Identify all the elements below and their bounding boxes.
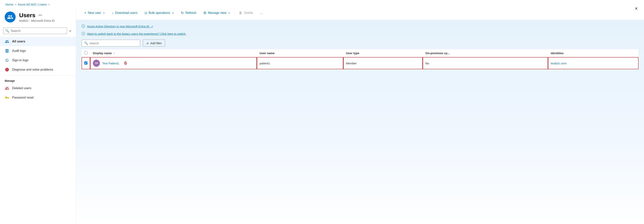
- table-search-input[interactable]: [90, 42, 138, 45]
- bulk-operations-button[interactable]: ⊡ Bulk operations ∨: [141, 9, 178, 17]
- refresh-button[interactable]: ↻ Refresh: [178, 9, 200, 17]
- col-identities: Identities: [548, 49, 638, 57]
- more-options-button[interactable]: ...: [256, 9, 266, 17]
- sidebar-search-input[interactable]: [11, 29, 65, 33]
- table-row: TP Test Patient1 6 patient1 Member No te…: [82, 57, 638, 69]
- col-on-premises: On-premises sy...: [423, 49, 548, 57]
- sidebar-subtitle: testb2c - Microsoft Entra ID: [19, 19, 55, 22]
- table-body: TP Test Patient1 6 patient1 Member No te…: [82, 57, 638, 69]
- table-search-icon: 🔍: [84, 41, 88, 45]
- signin-logs-icon: [5, 58, 9, 63]
- table-header-row: Display name ↑ User name User type On-pr…: [82, 49, 638, 57]
- sidebar-item-signin-logs[interactable]: Sign-in logs: [0, 56, 76, 65]
- row-display-name-cell: TP Test Patient1 6: [90, 57, 257, 69]
- sidebar-page-title: Users ···: [19, 12, 55, 19]
- sidebar-header: Users ··· testb2c - Microsoft Entra ID: [0, 6, 76, 26]
- download-users-button[interactable]: ↓ Download users: [108, 9, 141, 17]
- row-checkbox-cell: [82, 57, 90, 69]
- sidebar-nav: All users Audit logs Sign-in logs: [0, 36, 76, 224]
- info-banner-1: ⓘ Azure Active Directory is now Microsof…: [82, 24, 638, 29]
- sidebar-item-diagnose[interactable]: Diagnose and solve problems: [0, 65, 76, 74]
- row-checkbox[interactable]: [84, 61, 88, 65]
- sidebar-title-group: Users ··· testb2c - Microsoft Entra ID: [19, 12, 55, 22]
- sort-arrow-display-name: ↑: [114, 52, 115, 55]
- sidebar-search-box[interactable]: 🔍: [3, 28, 67, 34]
- users-table: Display name ↑ User name User type On-pr…: [82, 49, 638, 69]
- sidebar-search-area: 🔍 «: [0, 26, 76, 36]
- manage-view-icon: ⚙: [203, 11, 206, 15]
- info-icon-2: ⓘ: [82, 31, 85, 36]
- manage-view-label: Manage view: [208, 11, 226, 15]
- sidebar-collapse-button[interactable]: «: [68, 28, 73, 34]
- manage-view-chevron-icon: ∨: [228, 12, 230, 14]
- close-button[interactable]: ×: [635, 6, 638, 12]
- delete-button[interactable]: 🗑 Delete: [235, 9, 256, 17]
- download-icon: ↓: [112, 11, 114, 15]
- identities-link[interactable]: testb2c.onm: [551, 62, 567, 65]
- diagnose-icon: [5, 67, 9, 72]
- sidebar: Users ··· testb2c - Microsoft Entra ID 🔍…: [0, 6, 76, 224]
- breadcrumb-home[interactable]: Home: [6, 3, 13, 6]
- main-content: + New user ∨ ↓ Download users ⊡ Bulk ope…: [76, 6, 644, 224]
- banner2-link[interactable]: Want to switch back to the legacy users …: [87, 32, 186, 35]
- sidebar-item-deleted-users[interactable]: Deleted users: [0, 83, 76, 93]
- add-filter-label: Add filter: [150, 42, 162, 45]
- col-display-name[interactable]: Display name ↑: [90, 49, 257, 57]
- sidebar-avatar-icon: [5, 12, 16, 23]
- user-avatar: TP: [93, 60, 100, 67]
- refresh-icon: ↻: [181, 11, 184, 15]
- all-users-icon: [5, 39, 9, 44]
- refresh-label: Refresh: [186, 11, 196, 15]
- sidebar-password-reset-label: Password reset: [12, 96, 34, 99]
- delete-icon: 🗑: [239, 11, 242, 15]
- new-user-plus-icon: +: [84, 11, 86, 15]
- header-checkbox-cell: [82, 49, 90, 57]
- svg-rect-2: [6, 52, 9, 53]
- password-reset-icon: [5, 95, 9, 100]
- user-badge-number: 6: [124, 60, 127, 66]
- content-area: ⓘ Azure Active Directory is now Microsof…: [76, 20, 644, 224]
- filter-funnel-icon: ⊿: [146, 41, 149, 45]
- user-display-name-link[interactable]: Test Patient1: [102, 62, 119, 65]
- row-user-name: patient1: [257, 57, 343, 69]
- select-all-checkbox[interactable]: [84, 51, 88, 54]
- bulk-chevron-icon: ∨: [172, 12, 174, 14]
- audit-logs-icon: [5, 49, 9, 53]
- row-user-type: Member: [343, 57, 423, 69]
- filter-row: 🔍 ⊿ Add filter: [82, 40, 638, 47]
- sidebar-deleted-users-label: Deleted users: [12, 86, 32, 90]
- breadcrumb-sep1: >: [15, 3, 16, 6]
- col-user-name: User name: [257, 49, 343, 57]
- breadcrumb-azure[interactable]: Azure AD B2C | Users: [18, 3, 47, 6]
- table-search-box[interactable]: 🔍: [82, 40, 140, 47]
- sidebar-ellipsis-button[interactable]: ···: [38, 13, 42, 18]
- external-link-icon-1: ↗: [151, 25, 153, 28]
- info-icon-1: ⓘ: [82, 24, 85, 29]
- manage-section-header: Manage: [0, 76, 76, 83]
- users-avatar-svg: [7, 14, 13, 20]
- col-user-type: User type: [343, 49, 423, 57]
- sidebar-search-icon: 🔍: [5, 29, 9, 33]
- new-user-button[interactable]: + New user ∨: [81, 9, 108, 17]
- banner1-link[interactable]: Azure Active Directory is now Microsoft …: [87, 25, 153, 28]
- sidebar-audit-logs-label: Audit logs: [12, 49, 26, 53]
- add-filter-button[interactable]: ⊿ Add filter: [143, 40, 165, 47]
- new-user-chevron-icon: ∨: [103, 12, 105, 14]
- sidebar-all-users-label: All users: [12, 40, 25, 43]
- nav-divider: [0, 75, 76, 75]
- manage-view-button[interactable]: ⚙ Manage view ∨: [200, 9, 234, 17]
- sidebar-item-password-reset[interactable]: Password reset: [0, 93, 76, 102]
- download-users-label: Download users: [115, 11, 138, 15]
- sidebar-item-all-users[interactable]: All users: [0, 37, 76, 46]
- toolbar: + New user ∨ ↓ Download users ⊡ Bulk ope…: [76, 6, 644, 20]
- more-options-label: ...: [260, 11, 263, 15]
- sidebar-item-audit-logs[interactable]: Audit logs: [0, 46, 76, 56]
- breadcrumb: Home > Azure AD B2C | Users > ×: [0, 0, 644, 6]
- new-user-label: New user: [88, 11, 101, 15]
- breadcrumb-sep2: >: [48, 3, 50, 6]
- row-identities: testb2c.onm: [548, 57, 638, 69]
- sidebar-signin-logs-label: Sign-in logs: [12, 58, 28, 62]
- deleted-users-icon: [5, 86, 9, 91]
- bulk-operations-label: Bulk operations: [149, 11, 170, 15]
- svg-rect-0: [6, 49, 9, 50]
